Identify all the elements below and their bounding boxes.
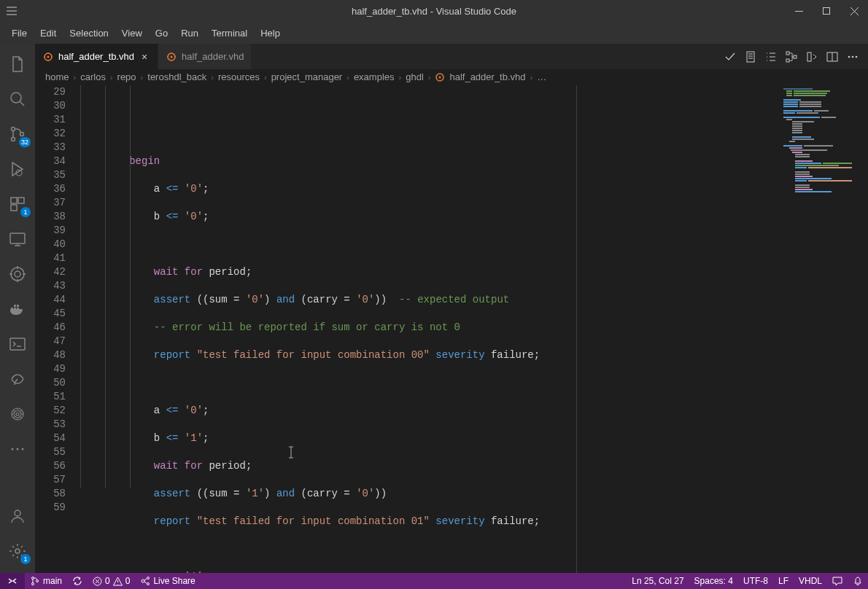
encoding[interactable]: UTF-8 — [738, 576, 773, 586]
menu-run[interactable]: Run — [175, 25, 204, 42]
svg-point-1 — [11, 93, 21, 103]
tab-half-adder-tb[interactable]: half_adder_tb.vhd × — [35, 44, 158, 69]
account-icon[interactable] — [0, 499, 35, 534]
language-mode[interactable]: VHDL — [794, 576, 827, 586]
bc-item[interactable]: home — [45, 71, 69, 82]
more-icon[interactable] — [0, 432, 35, 467]
menubar: File Edit Selection View Go Run Terminal… — [0, 22, 868, 44]
svg-rect-6 — [11, 198, 17, 203]
svg-point-24 — [15, 510, 20, 516]
sync-button[interactable] — [67, 573, 88, 589]
close-button[interactable] — [840, 0, 868, 22]
maximize-button[interactable] — [813, 0, 840, 22]
svg-point-10 — [11, 268, 24, 281]
svg-rect-0 — [824, 8, 830, 15]
tab-label: half_adder.vhd — [182, 51, 244, 62]
tab-label: half_adder_tb.vhd — [58, 51, 134, 62]
minimize-button[interactable] — [785, 0, 813, 22]
live-share[interactable]: Live Share — [135, 573, 200, 589]
vhdl-file-icon — [42, 51, 54, 63]
problems[interactable]: 0 0 — [88, 573, 135, 589]
tab-half-adder[interactable]: half_adder.vhd — [158, 44, 252, 69]
eol[interactable]: LF — [773, 576, 794, 586]
menu-help[interactable]: Help — [255, 25, 286, 42]
run-debug-icon[interactable] — [0, 152, 35, 187]
menu-selection[interactable]: Selection — [63, 25, 114, 42]
bc-item[interactable]: carlos — [80, 71, 106, 82]
menu-terminal[interactable]: Terminal — [206, 25, 253, 42]
scm-badge: 32 — [19, 137, 31, 147]
bc-item[interactable]: project_manager — [271, 71, 343, 82]
split-icon[interactable] — [824, 49, 840, 65]
svg-point-36 — [848, 55, 850, 58]
minimap-content — [783, 88, 865, 193]
bc-item[interactable]: teroshdl_back — [147, 71, 206, 82]
svg-rect-34 — [807, 52, 811, 61]
svg-rect-30 — [747, 52, 754, 62]
scm-icon[interactable]: 32 — [0, 117, 35, 152]
more-actions-icon[interactable] — [845, 49, 861, 65]
flask-icon[interactable] — [0, 397, 35, 432]
doc-icon[interactable] — [743, 49, 759, 65]
remote-button[interactable] — [0, 573, 25, 589]
diff-icon[interactable] — [804, 49, 820, 65]
svg-point-21 — [12, 448, 14, 450]
bc-item[interactable]: ghdl — [406, 71, 424, 82]
app-menu-icon[interactable] — [6, 5, 18, 17]
svg-point-47 — [147, 583, 150, 585]
bell-icon[interactable] — [848, 576, 868, 586]
svg-point-46 — [147, 577, 150, 580]
tree-icon[interactable] — [783, 49, 799, 65]
indentation[interactable]: Spaces: 4 — [689, 576, 738, 586]
minimap[interactable] — [780, 85, 868, 573]
status-bar: main 0 0 Live Share Ln 25, Col 27 Spaces… — [0, 573, 868, 589]
search-icon[interactable] — [0, 82, 35, 117]
svg-point-22 — [17, 448, 19, 450]
menu-view[interactable]: View — [116, 25, 148, 42]
svg-point-42 — [32, 583, 34, 585]
remote-explorer-icon[interactable] — [0, 222, 35, 257]
svg-rect-7 — [18, 198, 24, 203]
code-editor[interactable]: 2930313233343536373839404142434445464748… — [35, 85, 868, 573]
cursor-position[interactable]: Ln 25, Col 27 — [627, 576, 689, 586]
feedback-icon[interactable] — [827, 576, 848, 586]
git-branch[interactable]: main — [25, 573, 67, 589]
titlebar: half_adder_tb.vhd - Visual Studio Code — [0, 0, 868, 22]
bc-item[interactable]: repo — [117, 71, 136, 82]
bc-item[interactable]: half_adder_tb.vhd — [449, 71, 525, 82]
line-gutter: 2930313233343536373839404142434445464748… — [35, 85, 80, 573]
list-icon[interactable] — [763, 49, 779, 65]
docker-icon[interactable] — [0, 292, 35, 327]
svg-rect-8 — [11, 205, 17, 211]
menu-file[interactable]: File — [6, 25, 33, 42]
settings-icon[interactable]: 1 — [0, 534, 35, 569]
svg-point-29 — [171, 55, 173, 58]
extensions-icon[interactable]: 1 — [0, 187, 35, 222]
svg-rect-16 — [17, 305, 19, 307]
share-icon[interactable] — [0, 362, 35, 397]
breadcrumbs[interactable]: home› carlos› repo› teroshdl_back› resou… — [35, 69, 868, 85]
window-title: half_adder_tb.vhd - Visual Studio Code — [352, 6, 516, 17]
svg-point-37 — [852, 55, 854, 58]
svg-point-40 — [439, 76, 441, 78]
svg-rect-15 — [14, 305, 16, 307]
target-icon[interactable] — [0, 257, 35, 292]
svg-point-43 — [36, 580, 39, 582]
svg-point-45 — [142, 580, 144, 582]
code-content[interactable]: begin a <= '0'; b <= '0'; wait for perio… — [80, 85, 780, 573]
tab-close-icon[interactable]: × — [139, 51, 150, 63]
bc-item[interactable]: … — [537, 71, 546, 82]
check-icon[interactable] — [722, 49, 738, 65]
vhdl-file-icon — [435, 72, 445, 82]
menu-go[interactable]: Go — [150, 25, 174, 42]
svg-point-23 — [22, 448, 24, 450]
svg-point-4 — [20, 133, 24, 136]
menu-edit[interactable]: Edit — [34, 25, 62, 42]
bc-item[interactable]: examples — [354, 71, 395, 82]
bc-item[interactable]: resources — [218, 71, 260, 82]
svg-point-20 — [16, 413, 19, 416]
svg-point-27 — [47, 55, 50, 58]
explorer-icon[interactable] — [0, 47, 35, 82]
terminal-icon[interactable] — [0, 327, 35, 362]
svg-point-11 — [15, 271, 20, 277]
